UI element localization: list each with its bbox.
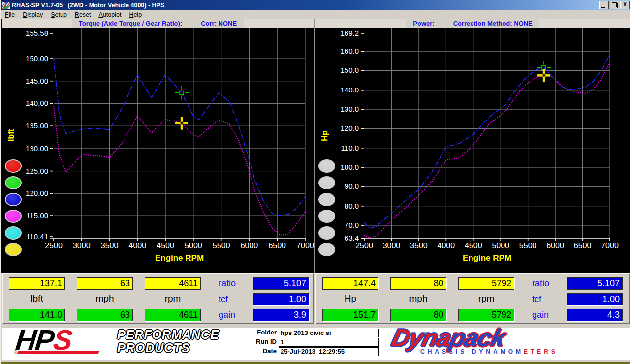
y-tick-label: 169.2 bbox=[340, 29, 359, 37]
app-window: RHAS-SP V1.7-05 (2WD - Motor Vehicle 400… bbox=[0, 0, 630, 364]
y-tick-label: 130.0 bbox=[340, 105, 359, 113]
dynapack-logo: Dynapack bbox=[389, 325, 508, 351]
yellow-cross-cursor[interactable] bbox=[175, 117, 188, 130]
minimize-button[interactable] bbox=[599, 1, 609, 9]
rpm-unit-label: rpm bbox=[458, 293, 514, 304]
y-tick-label: 80.0 bbox=[345, 202, 359, 210]
power-plot-area[interactable]: 169.2160.0150.0140.0130.0120.0110.0100.0… bbox=[315, 19, 630, 273]
y-tick-label: 150.00 bbox=[26, 54, 48, 62]
x-tick-label: 2500 bbox=[355, 242, 373, 250]
x-tick-label: 3500 bbox=[410, 242, 428, 250]
y-tick-label: 120.0 bbox=[340, 124, 359, 132]
power-cursor-value-box: 147.4 bbox=[322, 277, 378, 290]
y-tick-label: 155.58 bbox=[26, 29, 48, 37]
trace-button-blue[interactable] bbox=[5, 193, 22, 206]
speed-unit-label: mph bbox=[390, 293, 446, 304]
x-tick-label: 4500 bbox=[157, 242, 174, 250]
trace-button-gray-1[interactable] bbox=[318, 159, 335, 173]
yellow-cross-cursor[interactable] bbox=[537, 69, 550, 82]
torque-chart-panel: 155.58150.00145.00140.00135.00130.00125.… bbox=[2, 19, 314, 273]
y-tick-label: 130.00 bbox=[26, 144, 48, 152]
power-rpm2-value-box: 5792 bbox=[458, 309, 514, 321]
y-tick-label: 160.0 bbox=[340, 47, 359, 55]
x-tick-label: 2500 bbox=[45, 242, 63, 250]
ratio-label: ratio bbox=[532, 278, 549, 289]
tcf-value-box: 1.00 bbox=[567, 293, 623, 305]
y-axis-unit-label: Hp bbox=[320, 130, 329, 141]
torque-speed-value-box: 63 bbox=[77, 277, 133, 290]
hps-logo-swoosh bbox=[17, 351, 100, 354]
y-tick-label: 70.0 bbox=[345, 221, 359, 229]
trace-button-yellow[interactable] bbox=[5, 243, 22, 256]
x-tick-label: 6500 bbox=[574, 242, 592, 250]
y-tick-label: 140.00 bbox=[26, 99, 48, 107]
trace-button-gray-3[interactable] bbox=[318, 193, 335, 206]
trace-button-red[interactable] bbox=[5, 159, 22, 173]
x-tick-label: 4000 bbox=[438, 242, 455, 250]
power-correction-label: Correction Method: NONE bbox=[453, 20, 533, 27]
rpm-unit-label: rpm bbox=[145, 293, 201, 304]
x-tick-label: 6000 bbox=[546, 242, 564, 250]
trace-button-magenta[interactable] bbox=[5, 210, 22, 223]
ratio-value-box: 5.107 bbox=[253, 277, 309, 290]
x-tick-label: 5000 bbox=[185, 242, 202, 250]
torque-speed2-value-box: 63 bbox=[77, 309, 133, 321]
y-tick-label: 100.0 bbox=[340, 163, 359, 171]
y-tick-label: 125.00 bbox=[26, 167, 48, 175]
run-id-field[interactable]: 1 bbox=[279, 338, 379, 347]
window-title: RHAS-SP V1.7-05 (2WD - Motor Vehicle 400… bbox=[12, 2, 164, 9]
menu-file[interactable]: File bbox=[1, 11, 19, 19]
hps-tagline: PERFORMANCE PRODUCTS bbox=[117, 328, 219, 355]
menu-setup[interactable]: Setup bbox=[47, 11, 71, 19]
x-tick-label: 6500 bbox=[268, 242, 286, 250]
tcf-label: tcf bbox=[219, 294, 228, 304]
power-cursor2-value-box: 151.7 bbox=[322, 309, 378, 321]
y-tick-label: 145.00 bbox=[26, 77, 48, 85]
menu-autoplot[interactable]: Autoplot bbox=[95, 11, 126, 19]
menu-display[interactable]: Display bbox=[19, 11, 47, 19]
y-tick-label: 120.00 bbox=[26, 189, 48, 197]
menu-help[interactable]: Help bbox=[125, 11, 146, 19]
power-unit-label: Hp bbox=[322, 293, 378, 304]
torque-cursor2-value-box: 141.0 bbox=[9, 309, 65, 321]
y-tick-label: 150.0 bbox=[340, 66, 359, 74]
trace-button-green[interactable] bbox=[5, 176, 22, 189]
trace-button-gray-5[interactable] bbox=[318, 226, 335, 240]
hps-logo: HPS bbox=[14, 326, 73, 354]
folder-field[interactable]: hps 2013 civic si bbox=[279, 329, 379, 337]
y-tick-label: 110.0 bbox=[341, 144, 359, 152]
date-label: Date bbox=[246, 347, 277, 355]
restore-button[interactable] bbox=[610, 1, 619, 9]
power-speed2-value-box: 80 bbox=[390, 309, 446, 321]
x-tick-label: 7000 bbox=[296, 242, 314, 250]
footer-bar: HPS ® PERFORMANCE PRODUCTS Folderhps 201… bbox=[1, 325, 630, 364]
torque-readout-panel: 137.1 63 4611 lbft mph rpm 141.0 63 4611… bbox=[2, 273, 314, 324]
y-axis-unit-label: lbft bbox=[7, 128, 15, 141]
y-tick-label: 135.00 bbox=[26, 121, 48, 130]
menu-reset[interactable]: Reset bbox=[71, 11, 95, 19]
power-rpm-value-box: 5792 bbox=[458, 277, 514, 290]
torque-plot-area[interactable]: 155.58150.00145.00140.00135.00130.00125.… bbox=[2, 19, 314, 273]
trace-button-gray-4[interactable] bbox=[318, 210, 335, 223]
torque-unit-label: lbft bbox=[9, 293, 65, 304]
y-tick-label: 90.0 bbox=[345, 182, 359, 190]
date-field[interactable]: 25-Jul-2013 12:29:55 bbox=[279, 347, 379, 356]
hps-registered-mark: ® bbox=[14, 350, 17, 355]
menu-bar: FileDisplaySetupResetAutoplotHelp bbox=[1, 10, 630, 20]
trace-button-cyan[interactable] bbox=[5, 226, 22, 240]
ratio-label: ratio bbox=[219, 278, 236, 289]
close-button[interactable]: X bbox=[620, 1, 630, 9]
torque-panel-header: Torque (Axle Torque / Gear Ratio):Corr: … bbox=[2, 19, 314, 28]
x-axis-label: Engine RPM bbox=[463, 253, 511, 263]
ratio-value-box: 5.107 bbox=[567, 277, 623, 290]
close-icon: X bbox=[623, 2, 627, 7]
power-chart-panel: 169.2160.0150.0140.0130.0120.0110.0100.0… bbox=[315, 19, 630, 273]
run-info-fields: Folderhps 2013 civic si Run ID1 Date25-J… bbox=[246, 329, 379, 357]
app-icon bbox=[2, 2, 10, 9]
curve-corrected-run-blue bbox=[364, 54, 610, 228]
power-speed-value-box: 80 bbox=[390, 277, 446, 290]
gain-label: gain bbox=[532, 310, 549, 320]
power-panel-header: Power:Correction Method: NONE bbox=[315, 19, 630, 28]
trace-button-gray-6[interactable] bbox=[318, 243, 335, 256]
trace-button-gray-2[interactable] bbox=[318, 176, 335, 189]
